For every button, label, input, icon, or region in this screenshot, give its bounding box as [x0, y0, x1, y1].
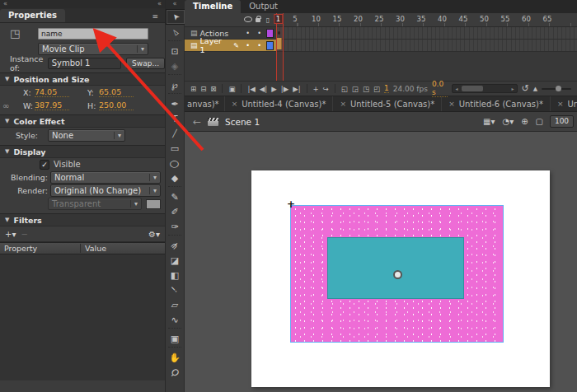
pen-tool[interactable]: ✒ [166, 96, 184, 111]
back-arrow-icon[interactable]: ← [193, 116, 201, 128]
selection-tool[interactable]: ➤ [166, 9, 185, 25]
collapse-tools-icon[interactable]: « [166, 0, 184, 9]
close-tab-icon[interactable]: × [557, 100, 564, 108]
frame-rate-value[interactable]: 24.00 fps [393, 85, 428, 93]
onion-skin-button[interactable]: ◱ [341, 83, 348, 95]
frame-ruler-number[interactable]: 60 [522, 15, 531, 23]
edit-multiple-frames-button[interactable]: ◳ [363, 83, 369, 95]
center-frame-button[interactable]: + [313, 83, 319, 95]
teal-rectangle[interactable] [327, 237, 464, 299]
frame-ruler-number[interactable]: 35 [417, 15, 426, 23]
width-tool[interactable]: ∿ [166, 312, 184, 327]
text-tool[interactable]: T [166, 111, 184, 126]
collapse-panels-icon[interactable]: « [3, 1, 7, 7]
selected-keyframe[interactable] [276, 38, 282, 49]
hand-tool[interactable]: ✋ [166, 350, 184, 365]
visible-checkbox[interactable]: ✓ [40, 160, 49, 170]
loop-playback-button[interactable]: ↪ [323, 83, 329, 95]
section-color-effect[interactable]: ▼ Color Effect [0, 114, 165, 128]
eyedropper-tool[interactable]: ¡ [166, 282, 184, 297]
scroll-left-icon[interactable]: ◂ [453, 86, 460, 92]
center-stage-button[interactable]: ⊕ [521, 117, 528, 126]
close-tab-icon[interactable]: × [340, 100, 346, 108]
frame-ruler-number[interactable]: 30 [396, 15, 405, 23]
frame-ruler-number[interactable]: 5 [293, 15, 297, 23]
collapse-timeline-icon[interactable]: ▲ [533, 83, 537, 95]
delete-layer-button[interactable]: ⊠ [210, 83, 216, 95]
add-camera-button[interactable]: ▣ [228, 83, 235, 95]
frame-ruler-number[interactable]: 50 [480, 15, 489, 23]
transformation-point-icon[interactable] [393, 270, 402, 279]
w-value[interactable]: 387.95 [35, 100, 69, 110]
add-filter-button[interactable]: +▾ [5, 230, 16, 239]
go-last-frame-button[interactable]: ▶| [293, 83, 300, 95]
close-tab-icon[interactable]: × [232, 100, 238, 108]
layer-outline-color-swatch[interactable] [266, 41, 274, 50]
lasso-tool[interactable]: ℘ [166, 77, 184, 92]
lock-all-layers-icon[interactable] [253, 16, 263, 24]
panel-menu-icon[interactable]: ≡ [152, 11, 158, 22]
outline-all-layers-icon[interactable]: ▯ [263, 16, 273, 24]
frame-ruler-number[interactable]: 20 [354, 15, 363, 23]
frame-ruler-number[interactable]: 10 [312, 15, 321, 23]
layer-lock-dot[interactable]: • [255, 42, 264, 49]
frame-ruler-number[interactable]: 15 [333, 15, 342, 23]
bone-tool[interactable]: ⋔ [166, 238, 184, 253]
tab-timeline[interactable]: Timeline [185, 0, 241, 13]
tab-output[interactable]: Output [241, 0, 286, 13]
frame-ruler-number[interactable]: 40 [438, 15, 447, 23]
layer-outline-color-swatch[interactable] [266, 29, 274, 38]
stage[interactable]: + [251, 170, 550, 387]
document-tab[interactable]: ×Untitled-6 (Canvas)* [442, 96, 551, 111]
scrollbar-thumb[interactable] [462, 86, 483, 91]
paint-brush-tool[interactable]: ✑ [166, 219, 184, 234]
step-back-button[interactable]: ◀| [260, 83, 267, 95]
frame-ruler-number[interactable]: 65 [543, 15, 552, 23]
layer-visibility-dot[interactable]: • [243, 42, 252, 49]
frame-ruler-number[interactable]: 45 [459, 15, 468, 23]
blending-dropdown[interactable]: Normal ▾ [50, 171, 161, 184]
symbol-behavior-dropdown[interactable]: Movie Clip ▾ [38, 43, 148, 55]
h-value[interactable]: 250.00 [99, 100, 134, 110]
polystar-tool[interactable]: ◆ [166, 170, 184, 185]
timeline-zoom-slider[interactable] [542, 88, 571, 90]
paint-bucket-tool[interactable]: ◪ [166, 253, 184, 268]
3d-rotation-tool[interactable]: ◈ [166, 58, 184, 73]
layer-visibility-dot[interactable]: • [243, 30, 252, 37]
section-display[interactable]: ▼ Display [0, 145, 165, 158]
slider-knob[interactable] [556, 86, 561, 91]
document-tab[interactable]: ×Untitled-7 (Canvas)* [551, 96, 577, 111]
play-button[interactable]: ▶ [271, 83, 277, 95]
frames-row-actions[interactable] [276, 27, 577, 40]
camera-tool[interactable]: ▣ [166, 331, 184, 346]
oval-tool[interactable]: ○ [166, 156, 184, 170]
edit-scene-button[interactable]: ▦▾ [483, 117, 495, 126]
step-forward-button[interactable]: |▶ [281, 83, 288, 95]
rectangle-tool[interactable]: ▭ [166, 141, 184, 156]
elapsed-time-value[interactable]: 0.0 s [432, 80, 448, 97]
current-frame-value[interactable]: 1 [384, 84, 389, 93]
free-transform-tool[interactable]: ⊡ [166, 44, 184, 58]
section-position-and-size[interactable]: ▼ Position and Size [0, 72, 165, 86]
close-tab-icon[interactable]: × [448, 100, 455, 108]
section-filters[interactable]: ▼ Filters [0, 213, 165, 226]
show-hide-all-layers-icon[interactable] [243, 16, 253, 24]
frame-ruler[interactable]: 15101520253035404550556065 [276, 13, 577, 27]
instance-name-input[interactable] [38, 28, 148, 40]
ink-bottle-tool[interactable]: ◧ [166, 268, 184, 282]
x-value[interactable]: 74.05 [35, 87, 69, 97]
instance-of-field[interactable]: Symbol 1 [48, 58, 121, 69]
line-tool[interactable]: ╱ [166, 126, 184, 141]
modify-markers-button[interactable]: ◰ [373, 83, 380, 95]
document-tab[interactable]: ×Untitled-4 (Canvas)* [225, 96, 334, 111]
render-dropdown[interactable]: Original (No Change) ▾ [50, 184, 161, 197]
layer-row-actions[interactable]: ▤Actions•• [185, 27, 276, 40]
reset-zoom-icon[interactable]: ↺ [522, 83, 529, 95]
stage-zoom-input[interactable]: 100 [550, 115, 574, 128]
style-dropdown[interactable]: None ▾ [48, 129, 125, 142]
brush-tool[interactable]: ✐ [166, 204, 184, 219]
subselection-tool[interactable]: ▻ [166, 25, 184, 40]
timeline-scrollbar[interactable]: ◂ ▸ [452, 84, 517, 93]
scroll-right-icon[interactable]: ▸ [509, 86, 517, 92]
link-width-height-icon[interactable]: ∞ [2, 101, 11, 110]
